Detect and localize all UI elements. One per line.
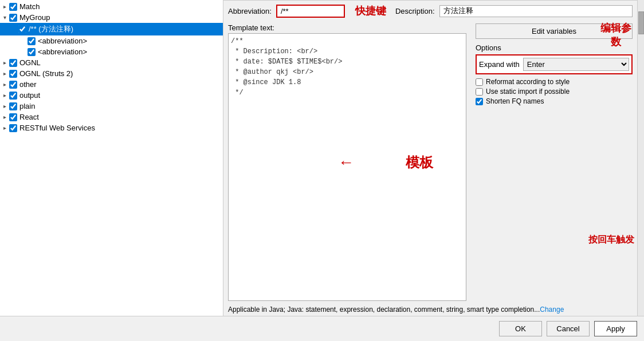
abbreviation-input[interactable] [276,5,345,18]
shorten-fq-checkbox[interactable] [476,98,483,105]
reformat-label: Reformat according to style [486,78,570,86]
tree-item-plain[interactable]: ▸ plain [0,101,223,112]
static-import-row: Use static import if possible [476,88,633,96]
edit-params-annotation: 编辑参 数 [600,21,631,49]
tree-label-ognl: OGNL [19,58,41,67]
applicable-text: Applicable in Java; Java: statement, exp… [228,306,540,314]
shorten-fq-row: Shorten FQ names [476,97,633,105]
checkbox-method-comment[interactable] [18,25,26,33]
reformat-row: Reformat according to style [476,78,633,86]
tree-item-mygroup[interactable]: ▾ MyGroup [0,12,223,23]
checkbox-abbr2[interactable] [28,48,36,56]
tree-item-other[interactable]: ▸ other [0,79,223,90]
enter-trigger-label: 按回车触发 [588,235,634,244]
expand-icon-ognl: ▸ [0,60,9,66]
expand-icon-mygroup: ▾ [0,14,9,21]
tree-label-output: output [19,91,40,100]
checkbox-ognl[interactable] [9,59,17,67]
checkbox-restful[interactable] [9,124,17,132]
checkbox-match[interactable] [9,3,17,11]
tree-label-restful: RESTful Web Services [19,124,95,132]
expand-icon-output: ▸ [0,92,9,98]
checkbox-output[interactable] [9,92,17,100]
template-textarea[interactable]: /** * Description: <br/> * date: $DATE$ … [228,33,466,301]
applicable-line: Applicable in Java; Java: statement, exp… [223,303,637,316]
tree-panel: ▸ Match ▾ MyGroup /** (方法注释) [0,0,223,316]
tree-label-method-comment: /** (方法注释) [29,24,73,34]
tree-item-abbr2[interactable]: <abbreviation> [0,46,223,57]
checkbox-other[interactable] [9,81,17,89]
tree-item-output[interactable]: ▸ output [0,90,223,101]
checkbox-react[interactable] [9,113,17,121]
checkbox-abbr1[interactable] [28,37,36,45]
tree-label-mygroup: MyGroup [19,13,50,22]
checkbox-ognl2[interactable] [9,70,17,78]
description-input[interactable] [439,5,633,17]
apply-button[interactable]: Apply [594,321,637,336]
tree-item-method-comment[interactable]: /** (方法注释) [0,23,223,35]
expand-icon-match: ▸ [0,3,9,10]
expand-icon-react: ▸ [0,114,9,120]
shortcut-annotation: 快捷键 [355,4,386,18]
description-label: Description: [395,7,435,15]
tree-list[interactable]: ▸ Match ▾ MyGroup /** (方法注释) [0,0,223,316]
abbreviation-row: Abbreviation: 快捷键 Description: [223,0,637,21]
ok-button[interactable]: OK [499,321,542,336]
tree-label-react: React [19,113,39,121]
reformat-checkbox[interactable] [476,78,483,86]
enter-trigger-annotation: 按回车触发 [588,234,634,246]
template-label: Template text: [228,23,466,32]
tree-label-other: other [19,80,37,89]
expand-icon-ognl2: ▸ [0,70,9,77]
expand-with-select[interactable]: Enter Tab Space [523,58,629,71]
shorten-fq-label: Shorten FQ names [486,97,544,105]
expand-icon-restful: ▸ [0,125,9,131]
tree-label-match: Match [19,2,40,11]
bottom-bar: OK Cancel Apply [0,316,644,341]
content-area: ▸ Match ▾ MyGroup /** (方法注释) [0,0,644,316]
dialog: ▸ Match ▾ MyGroup /** (方法注释) [0,0,644,341]
expand-icon-plain: ▸ [0,103,9,109]
checkbox-mygroup[interactable] [9,14,17,22]
expand-with-label: Expand with [479,60,520,69]
tree-item-ognl2[interactable]: ▸ OGNL (Struts 2) [0,68,223,79]
tree-item-abbr1[interactable]: <abbreviation> [0,35,223,46]
checkbox-plain[interactable] [9,102,17,110]
cancel-button[interactable]: Cancel [547,321,590,336]
static-import-label: Use static import if possible [486,88,570,96]
static-import-checkbox[interactable] [476,88,483,96]
scrollbar-thumb[interactable] [638,11,644,34]
change-link[interactable]: Change [540,306,564,314]
tree-label-plain: plain [19,102,35,110]
tree-label-ognl2: OGNL (Struts 2) [19,69,73,78]
tree-item-ognl[interactable]: ▸ OGNL [0,57,223,68]
tree-label-abbr1: <abbreviation> [38,37,87,45]
tree-item-react[interactable]: ▸ React [0,112,223,122]
tree-item-match[interactable]: ▸ Match [0,1,223,12]
edit-params-label: 编辑参 数 [600,22,631,47]
expand-with-row: Expand with Enter Tab Space [476,54,633,74]
tree-label-abbr2: <abbreviation> [38,47,87,56]
abbreviation-label: Abbreviation: [228,7,272,15]
expand-icon-other: ▸ [0,81,9,88]
scrollbar[interactable] [637,0,644,316]
tree-item-restful[interactable]: ▸ RESTful Web Services [0,122,223,133]
